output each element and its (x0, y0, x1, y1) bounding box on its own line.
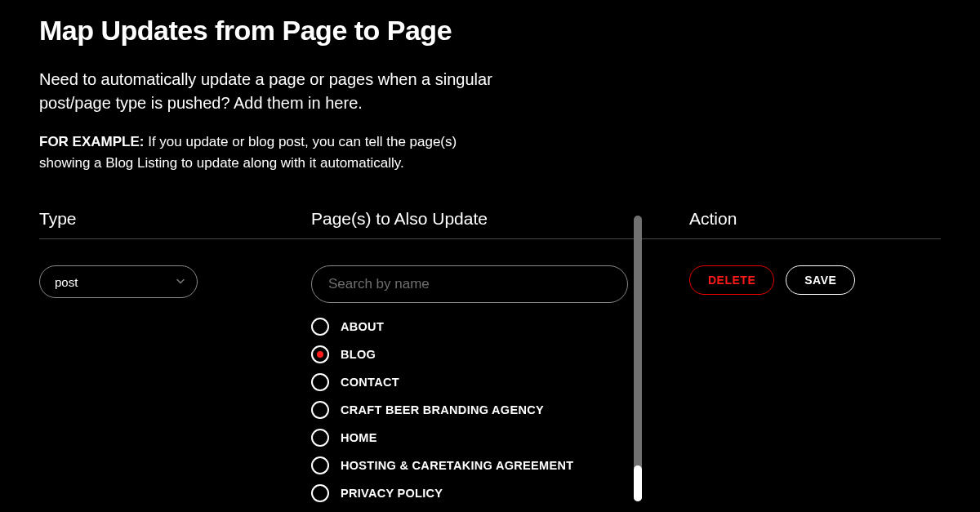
action-column: DELETE SAVE (673, 265, 941, 512)
radio-icon[interactable] (311, 484, 329, 502)
list-item[interactable]: CONTACT (311, 373, 657, 391)
page-item-label: ABOUT (341, 320, 384, 333)
page-title: Map Updates from Page to Page (39, 15, 941, 47)
page-item-label: CONTACT (341, 376, 399, 389)
page-item-label: BLOG (341, 348, 376, 361)
list-item[interactable]: HOME (311, 429, 657, 447)
list-item[interactable]: CRAFT BEER BRANDING AGENCY (311, 401, 657, 419)
list-item[interactable]: HOSTING & CARETAKING AGREEMENT (311, 456, 657, 474)
page-item-label: HOME (341, 431, 377, 444)
save-button[interactable]: SAVE (786, 265, 855, 295)
list-item[interactable]: ABOUT (311, 318, 657, 336)
search-input[interactable] (311, 265, 628, 303)
type-select-value: post (55, 275, 78, 289)
radio-icon[interactable] (311, 373, 329, 391)
type-column: post (39, 265, 311, 512)
page-item-label: PRIVACY POLICY (341, 487, 443, 500)
radio-icon[interactable] (311, 318, 329, 336)
radio-icon[interactable] (311, 401, 329, 419)
page-item-label: HOSTING & CARETAKING AGREEMENT (341, 459, 573, 472)
example-prefix: FOR EXAMPLE: (39, 134, 144, 149)
column-header-pages: Page(s) to Also Update (311, 209, 673, 238)
chevron-down-icon (176, 275, 185, 289)
scrollbar-thumb[interactable] (634, 465, 642, 501)
list-item[interactable]: BLOG (311, 345, 657, 363)
type-select[interactable]: post (39, 265, 198, 298)
column-header-action: Action (673, 209, 941, 238)
page-list: ABOUTBLOGCONTACTCRAFT BEER BRANDING AGEN… (311, 318, 657, 512)
scrollbar[interactable] (634, 216, 642, 501)
pages-column: ABOUTBLOGCONTACTCRAFT BEER BRANDING AGEN… (311, 265, 673, 512)
radio-icon[interactable] (311, 456, 329, 474)
column-header-type: Type (39, 209, 311, 238)
example-text: FOR EXAMPLE: If you update or blog post,… (39, 131, 497, 173)
page-subtitle: Need to automatically update a page or p… (39, 68, 497, 115)
radio-icon[interactable] (311, 345, 329, 363)
page-item-label: CRAFT BEER BRANDING AGENCY (341, 403, 544, 416)
delete-button[interactable]: DELETE (689, 265, 774, 295)
radio-icon[interactable] (311, 429, 329, 447)
header-divider (39, 238, 941, 239)
list-item[interactable]: PRIVACY POLICY (311, 484, 657, 502)
